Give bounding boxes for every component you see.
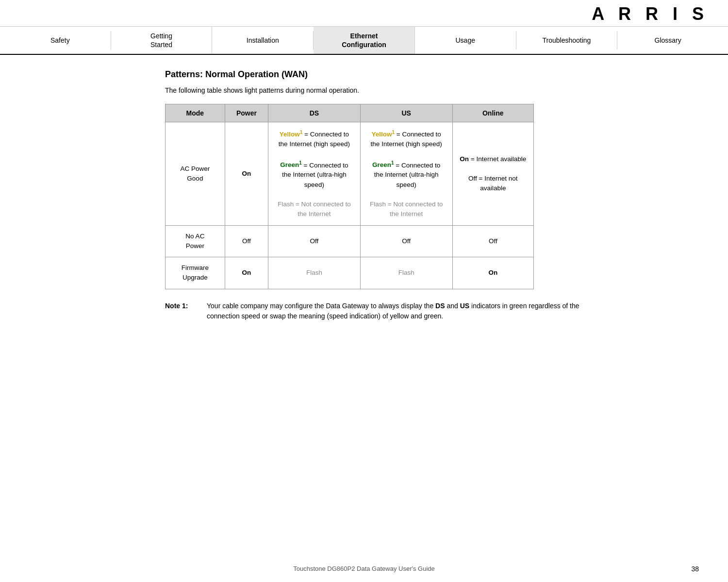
col-header-us: US xyxy=(360,104,452,122)
nav-troubleshooting[interactable]: Troubleshooting xyxy=(516,31,618,50)
table-row-ac-power: AC PowerGood On Yellow1 = Connected to t… xyxy=(165,122,534,225)
cell-mode-firmware: FirmwareUpgrade xyxy=(165,257,225,289)
navigation-bar: Safety GettingStarted Installation Ether… xyxy=(0,27,728,55)
nav-safety[interactable]: Safety xyxy=(10,31,111,50)
cell-online-firmware: On xyxy=(452,257,533,289)
patterns-table: Mode Power DS US Online AC PowerGood On … xyxy=(165,104,534,289)
note-section: Note 1: Your cable company may configure… xyxy=(165,301,582,321)
ds-yellow-label: Yellow1 xyxy=(280,131,303,138)
footer-text: Touchstone DG860P2 Data Gateway User's G… xyxy=(293,565,435,572)
cell-power-firmware: On xyxy=(225,257,268,289)
nav-usage[interactable]: Usage xyxy=(415,31,516,50)
nav-installation[interactable]: Installation xyxy=(212,31,314,50)
col-header-mode: Mode xyxy=(165,104,225,122)
ds-flash-label: Flash = Not connected to the Internet xyxy=(275,200,353,219)
online-off-label: Off = Internet not available xyxy=(460,174,527,194)
intro-text: The following table shows light patterns… xyxy=(165,86,699,94)
note-label: Note 1: xyxy=(165,301,199,311)
table-row-no-ac: No ACPower Off Off Off Off xyxy=(165,225,534,257)
col-header-online: Online xyxy=(452,104,533,122)
nav-glossary[interactable]: Glossary xyxy=(617,31,718,50)
section-title: Patterns: Normal Operation (WAN) xyxy=(165,69,699,80)
arris-logo: A R R I S xyxy=(592,4,709,24)
note-text: Your cable company may configure the Dat… xyxy=(207,301,582,321)
main-content: Patterns: Normal Operation (WAN) The fol… xyxy=(0,55,728,340)
cell-us-firmware: Flash xyxy=(360,257,452,289)
us-green-label: Green1 xyxy=(372,161,394,168)
cell-us-noac: Off xyxy=(360,225,452,257)
page-number: 38 xyxy=(691,565,699,573)
footer: Touchstone DG860P2 Data Gateway User's G… xyxy=(0,565,728,572)
cell-online-ac: On = Internet available Off = Internet n… xyxy=(452,122,533,225)
cell-mode-noac: No ACPower xyxy=(165,225,225,257)
cell-us-ac: Yellow1 = Connected to the Internet (hig… xyxy=(360,122,452,225)
cell-online-noac: Off xyxy=(452,225,533,257)
us-yellow-label: Yellow1 xyxy=(372,131,395,138)
header-logo-bar: A R R I S xyxy=(0,0,728,27)
cell-power-ac: On xyxy=(225,122,268,225)
nav-ethernet-configuration[interactable]: EthernetConfiguration xyxy=(314,27,415,54)
table-row-firmware: FirmwareUpgrade On Flash Flash On xyxy=(165,257,534,289)
us-flash-label: Flash = Not connected to the Internet xyxy=(367,200,446,219)
cell-ds-noac: Off xyxy=(268,225,361,257)
cell-ds-firmware: Flash xyxy=(268,257,361,289)
col-header-ds: DS xyxy=(268,104,361,122)
ds-green-label: Green1 xyxy=(280,161,302,168)
cell-mode-ac: AC PowerGood xyxy=(165,122,225,225)
nav-getting-started[interactable]: GettingStarted xyxy=(111,27,213,54)
online-on-label: On xyxy=(460,155,469,163)
cell-power-noac: Off xyxy=(225,225,268,257)
cell-ds-ac: Yellow1 = Connected to the Internet (hig… xyxy=(268,122,361,225)
col-header-power: Power xyxy=(225,104,268,122)
